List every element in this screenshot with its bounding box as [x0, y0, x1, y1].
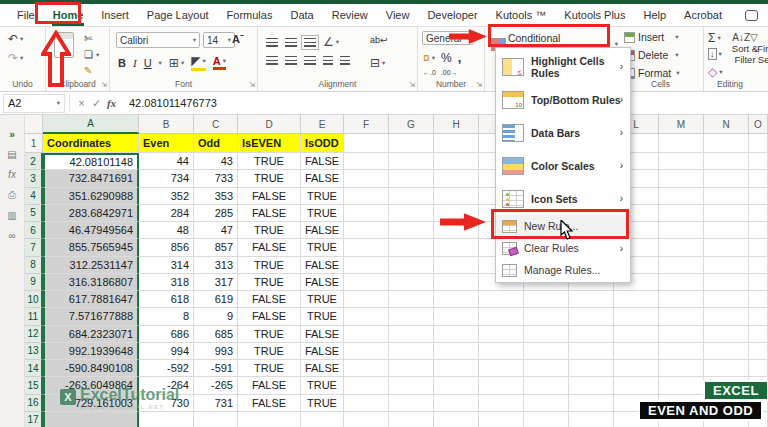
font-color-button[interactable]: A▾	[213, 55, 226, 70]
cell-I11[interactable]	[479, 308, 524, 325]
cell-H3[interactable]	[434, 170, 479, 187]
cell-O6[interactable]	[749, 222, 768, 239]
delete-cells-button[interactable]: Delete	[638, 49, 668, 61]
cell-M1[interactable]	[659, 134, 704, 153]
cell-L11[interactable]	[614, 308, 659, 325]
cell-C5[interactable]: 285	[194, 205, 238, 222]
cell-N9[interactable]	[704, 274, 749, 291]
menu-item-manage-rules[interactable]: Manage Rules...	[496, 259, 630, 281]
column-header-m[interactable]: M	[659, 115, 704, 134]
cell-O1[interactable]	[749, 134, 768, 153]
cell-D3[interactable]: TRUE	[238, 170, 301, 187]
cell-C4[interactable]: 353	[194, 188, 238, 205]
select-all-corner[interactable]	[25, 115, 43, 134]
cell-G14[interactable]	[389, 360, 434, 377]
cell-B12[interactable]: 686	[139, 326, 194, 343]
cell-N6[interactable]	[704, 222, 749, 239]
increase-decimal-button[interactable]: ←.0	[423, 69, 436, 76]
cell-F9[interactable]	[344, 274, 389, 291]
cell-F15[interactable]	[344, 377, 389, 394]
cell-J16[interactable]	[524, 395, 569, 412]
row-header-1[interactable]: 1	[25, 134, 43, 153]
cell-J11[interactable]	[524, 308, 569, 325]
cell-D5[interactable]: FALSE	[238, 205, 301, 222]
menu-item-data-bars[interactable]: Data Bars›	[496, 116, 630, 149]
column-header-o[interactable]: O	[749, 115, 768, 134]
tab-review[interactable]: Review	[323, 4, 377, 27]
function-pane-icon[interactable]: fx	[8, 169, 16, 180]
cell-O11[interactable]	[749, 308, 768, 325]
cell-M11[interactable]	[659, 308, 704, 325]
menu-item-color-scales[interactable]: Color Scales›	[496, 149, 630, 182]
cell-L12[interactable]	[614, 326, 659, 343]
cell-D6[interactable]: TRUE	[238, 222, 301, 239]
cell-K10[interactable]	[569, 291, 614, 308]
column-header-f[interactable]: F	[344, 115, 389, 134]
row-header-7[interactable]: 7	[25, 239, 43, 256]
row-header-5[interactable]: 5	[25, 205, 43, 222]
cell-E10[interactable]: TRUE	[301, 291, 344, 308]
cell-E12[interactable]: FALSE	[301, 326, 344, 343]
cell-L13[interactable]	[614, 343, 659, 360]
cell-J14[interactable]	[524, 360, 569, 377]
row-header-13[interactable]: 13	[25, 343, 43, 360]
tab-view[interactable]: View	[377, 4, 419, 27]
cell-B5[interactable]: 284	[139, 205, 194, 222]
cell-I13[interactable]	[479, 343, 524, 360]
formula-input[interactable]: 42.081011476773	[129, 97, 217, 109]
borders-button[interactable]: ⊞▾	[169, 56, 184, 70]
merge-center-button[interactable]: ⊟▾	[370, 56, 385, 70]
cell-C11[interactable]: 9	[194, 308, 238, 325]
cell-H17[interactable]	[434, 412, 479, 427]
cell-E4[interactable]: TRUE	[301, 188, 344, 205]
comma-style-button[interactable]: ,	[458, 50, 462, 65]
cell-F16[interactable]	[344, 395, 389, 412]
print-pane-icon[interactable]: ⎙	[8, 189, 16, 201]
cell-C14[interactable]: -591	[194, 360, 238, 377]
cell-J10[interactable]	[524, 291, 569, 308]
cell-J13[interactable]	[524, 343, 569, 360]
cell-F3[interactable]	[344, 170, 389, 187]
column-header-b[interactable]: B	[139, 115, 194, 134]
cell-D7[interactable]: FALSE	[238, 239, 301, 256]
cell-G16[interactable]	[389, 395, 434, 412]
cell-N11[interactable]	[704, 308, 749, 325]
cell-L14[interactable]	[614, 360, 659, 377]
find-pane-icon[interactable]: ∞	[8, 230, 15, 241]
cell-F13[interactable]	[344, 343, 389, 360]
cell-M8[interactable]	[659, 257, 704, 274]
cell-G3[interactable]	[389, 170, 434, 187]
cell-C8[interactable]: 313	[194, 257, 238, 274]
expand-pane-icon[interactable]: »	[9, 129, 15, 140]
cell-F11[interactable]	[344, 308, 389, 325]
cell-K16[interactable]	[569, 395, 614, 412]
cell-D1[interactable]: IsEVEN	[238, 134, 301, 153]
cell-B8[interactable]: 314	[139, 257, 194, 274]
cell-E11[interactable]: TRUE	[301, 308, 344, 325]
cell-I17[interactable]	[479, 412, 524, 427]
cell-D2[interactable]: TRUE	[238, 153, 301, 170]
cell-E7[interactable]: TRUE	[301, 239, 344, 256]
menu-item-top-bottom-rules[interactable]: Top/Bottom Rules›	[496, 83, 630, 116]
cell-C10[interactable]: 619	[194, 291, 238, 308]
cell-G13[interactable]	[389, 343, 434, 360]
cell-N1[interactable]	[704, 134, 749, 153]
cell-D12[interactable]: TRUE	[238, 326, 301, 343]
cell-A17[interactable]	[43, 412, 139, 427]
cell-D13[interactable]: TRUE	[238, 343, 301, 360]
find-select-button[interactable]: ⚲Find & Select	[756, 32, 768, 65]
row-header-11[interactable]: 11	[25, 308, 43, 325]
cell-E8[interactable]: FALSE	[301, 257, 344, 274]
cell-D4[interactable]: FALSE	[238, 188, 301, 205]
cell-K11[interactable]	[569, 308, 614, 325]
cell-G1[interactable]	[389, 134, 434, 153]
cell-B4[interactable]: 352	[139, 188, 194, 205]
comments-icon[interactable]	[745, 10, 758, 21]
cell-B10[interactable]: 618	[139, 291, 194, 308]
confirm-entry-icon[interactable]: ✓	[89, 97, 104, 110]
cell-N7[interactable]	[704, 239, 749, 256]
cell-N5[interactable]	[704, 205, 749, 222]
fill-button[interactable]: ↓▾	[708, 48, 722, 60]
cell-L10[interactable]	[614, 291, 659, 308]
cell-H8[interactable]	[434, 257, 479, 274]
